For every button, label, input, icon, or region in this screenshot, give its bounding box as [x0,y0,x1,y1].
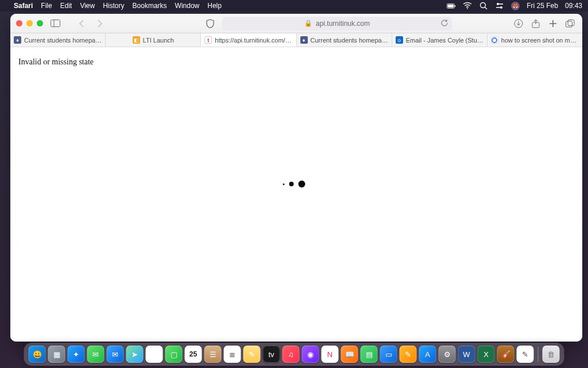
menu-help[interactable]: Help [207,2,222,10]
battery-icon[interactable] [447,2,456,10]
dock-textedit[interactable]: ✎ [517,346,534,363]
menu-bar: Safari File Edit View History Bookmarks … [0,0,588,12]
address-text: api.turnitinuk.com [316,20,370,28]
new-tab-button[interactable] [547,17,559,30]
downloads-button[interactable] [512,17,525,30]
wifi-icon[interactable] [463,2,472,10]
favicon-icon: o [396,36,403,44]
tab-label: LTI Launch [143,37,174,44]
svg-point-20 [492,38,497,43]
share-button[interactable] [529,17,542,30]
tab-0[interactable]: ♦Current students homepage |… [10,33,106,47]
tab-label: https://api.turnitinuk.com/api/lti… [215,37,292,44]
dock-excel[interactable]: X [478,346,495,363]
dock-settings[interactable]: ⚙ [439,346,456,363]
tab-3[interactable]: ♦Current students homepage |… [297,33,392,47]
dock-word[interactable]: W [458,346,475,363]
dock-contacts[interactable]: ☰ [204,346,222,363]
dock-maps[interactable]: ➤ [126,346,144,363]
favicon-icon: t [204,36,212,44]
menu-history[interactable]: History [103,2,124,10]
tab-5[interactable]: how to screen shot on mac - G… [488,33,582,47]
menu-window[interactable]: Window [175,2,200,10]
dock-facetime[interactable]: ▢ [165,346,183,363]
dock-calendar[interactable]: 25 [185,346,202,363]
dock-podcasts[interactable]: ◉ [302,346,319,363]
dock-photos[interactable]: ✿ [146,346,163,363]
tab-overview-button[interactable] [564,17,577,30]
dock-notes[interactable]: ✎ [243,346,261,363]
tab-label: Current students homepage |… [24,37,102,44]
dock-trash[interactable]: 🗑 [543,346,560,363]
address-bar[interactable]: 🔒 api.turnitinuk.com [222,17,452,30]
dock-tv[interactable]: tv [263,346,280,363]
favicon-icon: ♦ [14,36,21,44]
loader-dot-icon [289,182,294,186]
tab-label: how to screen shot on mac - G… [501,37,579,44]
svg-point-6 [497,3,499,5]
favicon-icon [491,36,498,44]
favicon-icon: ♦ [300,36,308,44]
dock-music[interactable]: ♫ [283,346,300,363]
app-menu[interactable]: Safari [14,2,33,10]
tab-2[interactable]: thttps://api.turnitinuk.com/api/lti… [201,33,296,47]
reload-button[interactable] [440,19,448,29]
menu-time[interactable]: 09:43 [565,2,582,10]
page-content: Invalid or missing state [10,47,582,342]
svg-line-5 [485,7,488,10]
lock-icon: 🔒 [304,20,312,27]
dock-reminders[interactable]: ≣ [224,346,241,363]
svg-rect-18 [566,21,572,27]
forward-button[interactable] [94,17,106,30]
svg-rect-1 [448,4,454,7]
back-button[interactable] [75,17,88,30]
safari-window: 🔒 api.turnitinuk.com ♦Current students h… [10,14,582,342]
dock-mail[interactable]: ✉ [107,346,124,363]
tab-bar: ♦Current students homepage |…◧LTI Launch… [10,33,582,47]
dock-garageband[interactable]: 🎸 [497,346,514,363]
dock-safari[interactable]: ✦ [68,346,85,363]
menu-view[interactable]: View [80,2,95,10]
menu-date[interactable]: Fri 25 Feb [527,2,558,10]
dock-messages[interactable]: ✉ [87,346,105,363]
tab-label: Current students homepage |… [311,37,388,44]
dock-separator [538,347,539,362]
tab-4[interactable]: oEmail - James Coyle (Student)… [392,33,488,47]
dock-numbers[interactable]: ▤ [361,346,378,363]
dock-finder[interactable]: 😀 [29,346,46,363]
menu-edit[interactable]: Edit [60,2,72,10]
menu-file[interactable]: File [41,2,52,10]
privacy-report-button[interactable] [204,17,216,30]
traffic-lights [16,20,43,26]
svg-point-3 [467,8,468,9]
dock-books[interactable]: 📖 [341,346,358,363]
favicon-icon: ◧ [133,36,140,44]
dock-appstore[interactable]: A [419,346,436,363]
menu-bookmarks[interactable]: Bookmarks [133,2,167,10]
tab-label: Email - James Coyle (Student)… [406,37,483,44]
svg-rect-2 [455,5,456,6]
svg-rect-19 [568,20,574,25]
dock-launchpad[interactable]: ▦ [48,346,65,363]
svg-point-4 [481,3,486,8]
user-icon[interactable]: 🦊 [511,2,520,10]
dock: 😀▦✦✉✉➤✿▢25☰≣✎tv♫◉N📖▤▭✎A⚙WX🎸✎🗑 [24,343,564,366]
loader-dot-icon [299,181,305,187]
close-window-button[interactable] [16,20,22,26]
minimize-window-button[interactable] [26,20,33,26]
svg-rect-10 [51,20,60,27]
loading-indicator [283,181,305,187]
svg-point-8 [500,6,502,9]
loader-dot-icon [283,183,285,185]
tab-1[interactable]: ◧LTI Launch [106,33,201,47]
dock-keynote[interactable]: ▭ [380,346,397,363]
error-message: Invalid or missing state [18,57,94,67]
sidebar-toggle-button[interactable] [49,17,61,30]
dock-pages[interactable]: ✎ [400,346,417,363]
spotlight-icon[interactable] [479,2,488,10]
zoom-window-button[interactable] [37,20,43,26]
window-toolbar: 🔒 api.turnitinuk.com [10,14,582,33]
control-center-icon[interactable] [495,2,504,10]
dock-news[interactable]: N [322,346,339,363]
